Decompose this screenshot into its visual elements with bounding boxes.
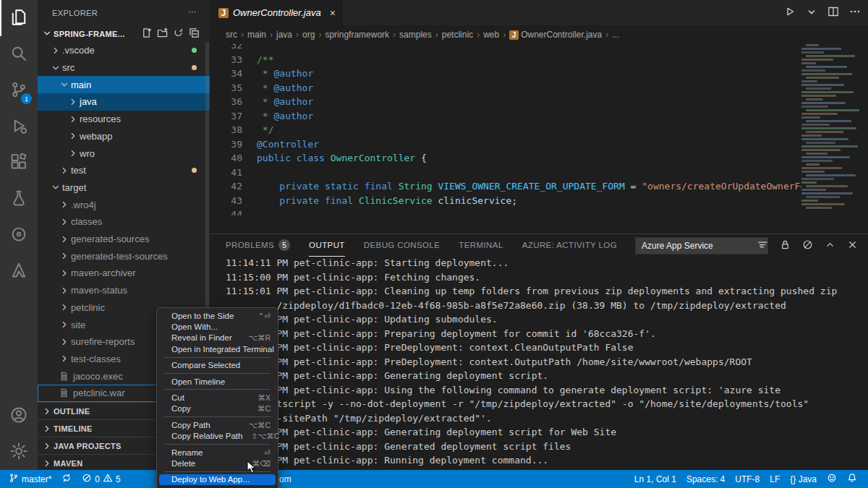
activity-item-settings[interactable] xyxy=(0,434,38,470)
breadcrumb-item-web[interactable]: web xyxy=(483,30,499,40)
close-tab-icon[interactable]: × xyxy=(330,7,336,19)
status-feedback-icon[interactable] xyxy=(822,473,842,485)
minimap[interactable] xyxy=(801,44,862,234)
breadcrumb-item-samples[interactable]: samples xyxy=(399,30,432,40)
breadcrumb-item-main[interactable]: main xyxy=(247,30,266,40)
tree-item-vscode[interactable]: .vscode xyxy=(38,42,210,59)
code-line[interactable]: 34 * @author xyxy=(210,67,801,81)
refresh-icon[interactable] xyxy=(173,27,184,40)
activity-item-test-beaker[interactable] xyxy=(0,181,38,217)
status-lf[interactable]: LF xyxy=(765,474,785,484)
code-line[interactable]: 33/** xyxy=(210,53,801,67)
status-utf-8[interactable]: UTF-8 xyxy=(730,474,765,484)
status-sync[interactable] xyxy=(56,473,77,485)
menu-item-copy-relative-path[interactable]: Copy Relative Path⇧⌥⌘C xyxy=(157,431,278,442)
tree-item-maven-archiver[interactable]: maven-archiver xyxy=(38,265,210,282)
menu-item-deploy-to-web-app[interactable]: Deploy to Web App... xyxy=(159,474,276,485)
code-line[interactable]: 37 * @author xyxy=(210,109,801,124)
code-line[interactable]: 41 xyxy=(210,166,801,180)
activity-item-search[interactable] xyxy=(0,36,38,72)
filter-icon[interactable] xyxy=(757,239,768,252)
code-line[interactable]: 43 private final ClinicService clinicSer… xyxy=(210,194,801,208)
run-button[interactable] xyxy=(784,6,796,20)
tree-item-classes[interactable]: classes xyxy=(38,213,210,231)
tab-ownercontroller[interactable]: J OwnerController.java × xyxy=(210,0,343,25)
breadcrumb-item-petclinic[interactable]: petclinic xyxy=(442,30,473,40)
tree-item-maven-status[interactable]: maven-status xyxy=(38,282,210,299)
code-line[interactable]: 36 * @author xyxy=(210,95,801,109)
breadcrumb-item-src[interactable]: src xyxy=(226,30,237,40)
menu-item-rename[interactable]: Rename⏎ xyxy=(157,447,278,458)
menu-item-copy-path[interactable]: Copy Path⌥⌘C xyxy=(157,419,278,430)
code-line[interactable]: 39@Controller xyxy=(210,137,801,152)
menu-item-delete[interactable]: Delete⌘⌫ xyxy=(157,458,278,468)
tree-item-webapp[interactable]: webapp xyxy=(38,128,210,145)
activity-item-circle-extension[interactable] xyxy=(0,217,38,253)
new-folder-icon[interactable] xyxy=(157,27,168,40)
breadcrumb-item-ownercontroller-java[interactable]: JOwnerController.java xyxy=(509,30,602,40)
menu-item-copy[interactable]: Copy⌘C xyxy=(157,403,278,414)
new-file-icon[interactable] xyxy=(141,27,152,40)
code-line[interactable]: 44 xyxy=(210,207,801,215)
panel-tab-output[interactable]: OUTPUT xyxy=(309,234,345,257)
collapse-all-icon[interactable] xyxy=(189,27,200,40)
tree-item-wro[interactable]: wro xyxy=(38,145,210,162)
panel-tab-azure-activity-log[interactable]: AZURE: ACTIVITY LOG xyxy=(522,234,617,256)
activity-item-azure[interactable] xyxy=(0,253,38,289)
tree-item-resources[interactable]: resources xyxy=(38,111,210,128)
activity-item-account[interactable] xyxy=(0,398,38,434)
activity-item-extensions[interactable] xyxy=(0,145,38,181)
tree-item-wro4j[interactable]: .wro4j xyxy=(38,196,210,213)
code-line[interactable]: 38 */ xyxy=(210,123,801,137)
close-panel-icon[interactable] xyxy=(847,239,858,252)
maximize-panel-icon[interactable] xyxy=(825,239,835,252)
lock-scroll-icon[interactable] xyxy=(780,239,791,252)
code-line[interactable]: 40public class OwnerController { xyxy=(210,151,801,166)
output-channel-select[interactable]: Azure App Service ˅ xyxy=(635,237,768,254)
status-label: {} Java xyxy=(790,474,817,484)
status-java[interactable]: {} Java xyxy=(785,474,822,484)
activity-item-run-debug[interactable] xyxy=(0,108,38,145)
code-line[interactable]: 32 xyxy=(210,44,801,53)
run-dropdown-icon[interactable] xyxy=(806,6,817,20)
status-ln-1-col-1[interactable]: Ln 1, Col 1 xyxy=(629,474,681,484)
tree-item-label: src xyxy=(62,62,75,73)
tree-item-src[interactable]: src xyxy=(38,59,210,77)
menu-item-open-with[interactable]: Open With... xyxy=(157,321,278,332)
status-spaces-4[interactable]: Spaces: 4 xyxy=(681,474,730,484)
menu-item-reveal-in-finder[interactable]: Reveal in Finder⌥⌘R xyxy=(157,333,278,343)
split-editor-icon[interactable] xyxy=(827,6,839,20)
menu-item-compare-selected[interactable]: Compare Selected xyxy=(157,360,278,371)
status-problems[interactable]: 05 xyxy=(77,473,125,485)
panel-tab-debug-console[interactable]: DEBUG CONSOLE xyxy=(364,234,441,256)
menu-item-upload-to-azure-storage[interactable]: Upload to Azure Storage... xyxy=(157,485,278,488)
activity-item-explorer[interactable] xyxy=(0,0,38,36)
clear-output-icon[interactable] xyxy=(802,239,813,252)
menu-item-open-to-the-side[interactable]: Open to the Side⌃⏎ xyxy=(157,310,278,321)
more-actions-icon[interactable] xyxy=(849,6,861,20)
menu-item-open-timeline[interactable]: Open Timeline xyxy=(157,376,278,387)
activity-item-source-control[interactable]: 1 xyxy=(0,72,38,108)
breadcrumb-item-springframework[interactable]: springframework xyxy=(325,30,389,40)
panel-tab-terminal[interactable]: TERMINAL xyxy=(459,234,503,256)
status-notifications-icon[interactable] xyxy=(842,473,862,485)
code-editor[interactable]: 3233/**34 * @author35 * @author36 * @aut… xyxy=(210,44,801,215)
breadcrumb-item-[interactable]: ... xyxy=(612,30,619,40)
code-line[interactable]: 35 * @author xyxy=(210,81,801,95)
panel-tab-problems[interactable]: PROBLEMS5 xyxy=(226,234,290,256)
tree-item-target[interactable]: target xyxy=(38,179,210,197)
status-branch[interactable]: master* xyxy=(4,473,56,485)
tree-item-java[interactable]: java xyxy=(38,93,210,111)
output-log[interactable]: 11:14:11 PM pet-clinic-app: Starting dep… xyxy=(226,257,861,468)
menu-item-open-in-integrated-terminal[interactable]: Open in Integrated Terminal xyxy=(157,343,278,354)
tree-item-test[interactable]: test xyxy=(38,162,210,179)
workspace-section-header[interactable]: SPRING-FRAME... xyxy=(38,25,210,42)
breadcrumb-item-org[interactable]: org xyxy=(302,30,315,40)
breadcrumb-item-java[interactable]: java xyxy=(276,30,292,40)
tree-item-generated-test-sources[interactable]: generated-test-sources xyxy=(38,247,210,265)
tree-item-main[interactable]: main xyxy=(38,76,210,93)
code-line[interactable]: 42 private static final String VIEWS_OWN… xyxy=(210,179,801,194)
more-actions-icon[interactable]: ⋯ xyxy=(189,7,197,17)
menu-item-cut[interactable]: Cut⌘X xyxy=(157,392,278,403)
tree-item-generated-sources[interactable]: generated-sources xyxy=(38,231,210,248)
